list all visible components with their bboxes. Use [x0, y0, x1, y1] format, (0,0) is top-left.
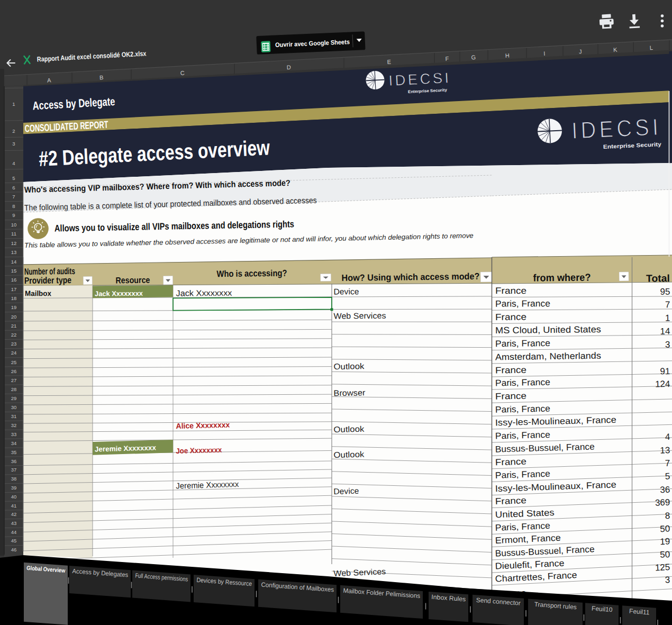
svg-text:20: 20: [11, 314, 17, 320]
svg-text:35: 35: [11, 449, 17, 455]
svg-text:G: G: [471, 54, 476, 60]
svg-text:Resource: Resource: [115, 275, 150, 285]
svg-text:40: 40: [11, 494, 17, 500]
svg-text:Alice Xxxxxxxx: Alice Xxxxxxxx: [176, 421, 230, 430]
svg-text:95: 95: [660, 287, 670, 297]
svg-text:10: 10: [11, 222, 17, 228]
svg-text:36: 36: [660, 485, 670, 495]
svg-text:Feuil11: Feuil11: [629, 608, 650, 617]
svg-text:38: 38: [11, 476, 17, 482]
svg-text:24: 24: [11, 350, 17, 356]
svg-text:125: 125: [655, 562, 670, 573]
svg-text:39: 39: [11, 485, 17, 491]
svg-text:45: 45: [11, 538, 17, 544]
svg-text:Joe Xxxxxxxx: Joe Xxxxxxxx: [176, 446, 222, 455]
svg-text:D: D: [286, 64, 291, 70]
svg-text:A: A: [47, 77, 52, 83]
svg-text:44: 44: [11, 529, 17, 535]
svg-text:Mailbox: Mailbox: [25, 289, 51, 297]
svg-text:8: 8: [665, 511, 670, 521]
svg-text:How? Using which access mode?: How? Using which access mode?: [341, 271, 479, 283]
svg-text:B: B: [99, 74, 104, 80]
svg-text:Jack Xxxxxxxx: Jack Xxxxxxxx: [95, 289, 143, 298]
svg-text:I: I: [543, 50, 546, 57]
svg-text:France: France: [495, 312, 526, 322]
svg-text:France: France: [495, 286, 526, 296]
svg-text:Device: Device: [333, 287, 359, 296]
svg-text:23: 23: [11, 341, 17, 347]
svg-text:31: 31: [11, 413, 17, 419]
svg-text:Outlook: Outlook: [333, 424, 365, 434]
svg-text:13: 13: [660, 445, 670, 456]
svg-text:J: J: [579, 48, 582, 55]
svg-text:32: 32: [11, 422, 17, 428]
svg-text:27: 27: [11, 377, 17, 383]
svg-text:12: 12: [11, 240, 17, 246]
svg-text:C: C: [180, 70, 185, 76]
svg-text:Paris, France: Paris, France: [495, 377, 550, 388]
svg-text:Paris, France: Paris, France: [495, 430, 550, 441]
svg-text:from where?: from where?: [533, 272, 591, 284]
svg-text:MS Cloud, United States: MS Cloud, United States: [495, 324, 601, 336]
svg-text:91: 91: [660, 366, 670, 376]
svg-text:Device: Device: [333, 486, 359, 496]
svg-text:France: France: [495, 495, 526, 506]
svg-text:4: 4: [12, 160, 15, 166]
svg-text:42: 42: [11, 511, 17, 517]
svg-text:19: 19: [11, 304, 17, 310]
svg-text:France: France: [495, 391, 526, 402]
svg-text:France: France: [495, 365, 526, 376]
svg-text:14: 14: [11, 259, 17, 265]
svg-text:8: 8: [12, 203, 15, 209]
svg-text:1: 1: [665, 313, 670, 323]
svg-text:Total: Total: [646, 273, 670, 284]
svg-text:29: 29: [11, 395, 17, 401]
svg-text:33: 33: [11, 431, 17, 437]
svg-text:36: 36: [11, 458, 17, 464]
svg-text:3: 3: [12, 141, 15, 147]
svg-text:43: 43: [11, 520, 17, 526]
svg-text:16: 16: [11, 277, 17, 283]
svg-text:7: 7: [665, 300, 670, 310]
svg-text:Paris, France: Paris, France: [495, 469, 551, 481]
svg-text:H: H: [505, 52, 510, 58]
svg-text:IDECSI: IDECSI: [388, 69, 451, 89]
svg-text:France: France: [495, 457, 527, 468]
svg-text:5: 5: [665, 471, 670, 481]
svg-text:Amsterdam, Netherlands: Amsterdam, Netherlands: [495, 351, 601, 363]
svg-text:Paris, France: Paris, France: [495, 298, 550, 309]
svg-text:9: 9: [12, 212, 15, 218]
svg-text:18: 18: [11, 295, 17, 301]
svg-text:19: 19: [660, 536, 670, 547]
svg-text:37: 37: [11, 467, 17, 473]
svg-text:Paris, France: Paris, France: [495, 338, 550, 349]
svg-text:34: 34: [11, 440, 17, 446]
svg-text:50: 50: [660, 523, 670, 534]
svg-text:50: 50: [660, 549, 670, 560]
svg-text:46: 46: [11, 547, 17, 552]
svg-text:14: 14: [660, 327, 670, 337]
svg-text:1: 1: [12, 101, 15, 107]
svg-text:E: E: [387, 59, 391, 65]
svg-text:Jeremie Xxxxxxxx: Jeremie Xxxxxxxx: [95, 443, 157, 453]
svg-text:Browser: Browser: [333, 388, 365, 397]
svg-text:Feuil10: Feuil10: [592, 605, 613, 614]
svg-text:4: 4: [665, 432, 670, 442]
svg-text:7: 7: [12, 194, 15, 200]
svg-text:124: 124: [655, 379, 670, 390]
svg-text:6: 6: [12, 185, 15, 191]
svg-text:Outlook: Outlook: [333, 450, 365, 459]
svg-text:25: 25: [11, 359, 17, 365]
svg-text:Jack Xxxxxxxx: Jack Xxxxxxxx: [176, 288, 232, 298]
svg-text:17: 17: [11, 286, 17, 292]
svg-text:26: 26: [11, 368, 17, 374]
svg-text:Who is accessing?: Who is accessing?: [216, 268, 287, 279]
svg-text:41: 41: [11, 503, 17, 509]
svg-text:K: K: [613, 46, 618, 52]
svg-text:22: 22: [11, 332, 17, 338]
svg-text:L: L: [649, 44, 653, 51]
svg-text:13: 13: [11, 249, 17, 255]
svg-text:3: 3: [665, 340, 670, 350]
svg-text:2: 2: [12, 128, 15, 134]
svg-text:Outlook: Outlook: [333, 361, 365, 371]
